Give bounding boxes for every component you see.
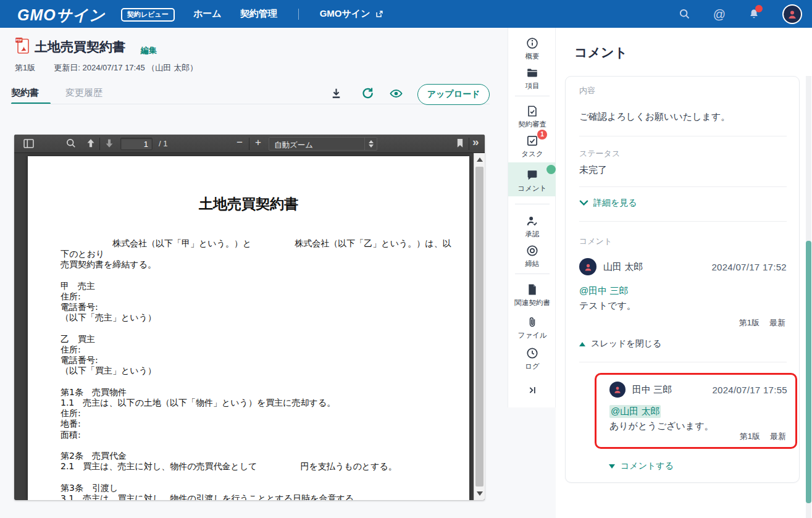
bookmark-icon[interactable] [454, 137, 466, 149]
add-comment-toggle[interactable]: コメントする [609, 461, 674, 472]
rail-item-approval[interactable]: 承認 [508, 214, 556, 239]
rail-divider [515, 204, 550, 204]
zoom-in-button[interactable]: + [254, 136, 262, 149]
toolbar-separator [249, 138, 249, 150]
app-logo[interactable]: GMOサイン [17, 5, 105, 25]
pdf-scrollbar-thumb[interactable] [475, 167, 483, 487]
pdf-viewer: / 1 − + 自動ズーム » 土地売買契約書 株式会社（以下「甲」という。）と… [14, 135, 485, 500]
nav-home[interactable]: ホーム [193, 8, 222, 20]
comment-latest-flag: 最新 [769, 317, 785, 328]
nav-divider [298, 9, 299, 20]
rail-item-log[interactable]: ログ [508, 346, 556, 371]
rail-item-conclusion[interactable]: 締結 [508, 244, 556, 269]
rail-label: タスク [508, 149, 556, 159]
mentions-icon[interactable]: @ [713, 8, 726, 20]
document-meta: 第1版 更新日: 2024/07/17 17:45 （山田 太郎） [15, 62, 198, 73]
card-divider [579, 186, 787, 187]
nav-gmo-sign-external[interactable]: GMOサイン [320, 8, 384, 20]
toolbar-separator [469, 138, 469, 150]
feature-rail: 概要 項目 契約審査 1 タスク コメント [508, 28, 556, 407]
status-label: ステータス [579, 148, 620, 159]
rail-divider [515, 274, 550, 274]
document-updated: 更新日: 2024/07/17 17:45 （山田 太郎） [54, 62, 198, 73]
rail-label: 契約審査 [508, 120, 556, 129]
comment-text: ありがとうございます。 [609, 420, 714, 432]
close-thread-label: スレッドを閉じる [591, 338, 661, 349]
external-link-icon [375, 9, 384, 19]
commenter-avatar [579, 258, 596, 275]
card-divider [579, 362, 787, 362]
commenter-avatar [609, 382, 626, 398]
edit-title-link[interactable]: 編集 [141, 45, 157, 56]
rail-item-tasks[interactable]: 1 タスク [508, 134, 556, 159]
top-navbar: GMOサイン 契約レビュー ホーム 契約管理 GMOサイン @ [0, 0, 812, 28]
panel-scrollbar-thumb[interactable] [806, 241, 811, 503]
previous-page-icon[interactable] [85, 137, 97, 149]
svg-text:PDF: PDF [16, 38, 22, 42]
card-divider [579, 136, 787, 136]
collapse-panel-button[interactable] [508, 383, 556, 397]
clock-icon [525, 346, 539, 360]
rail-label: 概要 [508, 52, 556, 61]
pdf-contract-title: 土地売買契約書 [28, 194, 469, 214]
document-check-icon [525, 104, 539, 118]
rail-item-files[interactable]: ファイル [508, 315, 556, 340]
search-icon[interactable] [678, 7, 691, 20]
highlighted-reply-box: 田中 三郎 2024/07/17 17:55 @山田 太郎 ありがとうございます… [595, 373, 797, 449]
person-icon [583, 262, 593, 272]
preview-eye-icon[interactable] [388, 86, 404, 101]
task-count-badge: 1 [537, 130, 547, 140]
info-icon [525, 36, 539, 50]
nav-contract-management[interactable]: 契約管理 [240, 8, 277, 20]
rail-item-contract-review[interactable]: 契約審査 [508, 104, 556, 129]
contract-review-badge: 契約レビュー [121, 8, 175, 22]
status-value: 未完了 [579, 164, 607, 176]
comment-timestamp: 2024/07/17 17:52 [711, 262, 787, 272]
rail-item-related-contracts[interactable]: 関連契約書 [508, 283, 556, 307]
user-avatar[interactable] [782, 4, 802, 24]
close-thread-toggle[interactable]: スレッドを閉じる [579, 338, 661, 349]
comment-version-meta: 第1版 最新 [740, 431, 786, 442]
toolbar-separator [99, 138, 100, 150]
rail-item-comments[interactable]: コメント [508, 169, 556, 193]
show-details-link[interactable]: 詳細を見る [579, 198, 637, 209]
pdf-contract-body: 株式会社（以下「甲」という。）と 株式会社（以下「乙」という。）は、以下のとおり… [61, 238, 458, 500]
target-circle-icon [525, 244, 539, 257]
navbar-actions: @ [678, 0, 802, 28]
person-check-icon [525, 214, 539, 228]
zoom-level-select[interactable]: 自動ズーム [269, 137, 377, 151]
more-tools-icon[interactable]: » [472, 135, 479, 149]
panel-title: コメント [574, 44, 627, 61]
pdf-search-icon[interactable] [65, 137, 77, 149]
rail-divider [515, 96, 550, 96]
select-arrows-icon [364, 138, 377, 150]
comment-header: 山田 太郎 2024/07/17 17:52 [579, 258, 787, 275]
page-number-input[interactable] [120, 138, 153, 150]
mention-link[interactable]: @田中 三郎 [579, 285, 628, 297]
pdf-scrollbar[interactable] [474, 153, 485, 500]
scroll-down-icon[interactable] [477, 491, 483, 496]
refresh-icon[interactable] [360, 86, 375, 101]
rail-item-overview[interactable]: 概要 [508, 36, 556, 61]
scroll-up-icon[interactable] [477, 157, 483, 162]
mention-link[interactable]: @山田 太郎 [609, 405, 661, 418]
add-comment-label: コメントする [621, 461, 674, 472]
document-title: 土地売買契約書 [35, 38, 125, 56]
upload-button[interactable]: アップロード [417, 84, 490, 105]
rail-item-fields[interactable]: 項目 [508, 66, 556, 91]
comment-timestamp: 2024/07/17 17:55 [712, 385, 787, 395]
tab-contract[interactable]: 契約書 [11, 87, 39, 99]
tab-change-history[interactable]: 変更履歴 [65, 87, 103, 99]
comment-version: 第1版 [740, 431, 760, 442]
download-icon[interactable] [329, 86, 343, 101]
comment-text: テストです。 [579, 300, 636, 312]
paperclip-icon [525, 315, 539, 329]
comment-header: 田中 三郎 2024/07/17 17:55 [609, 382, 787, 398]
triangle-down-icon [609, 464, 615, 469]
rail-label: ログ [508, 362, 556, 371]
zoom-out-button[interactable]: − [235, 136, 244, 149]
notification-bell-icon[interactable] [748, 7, 760, 21]
next-page-icon[interactable] [103, 137, 115, 149]
sidebar-toggle-icon[interactable] [22, 137, 35, 150]
person-icon [786, 8, 798, 20]
